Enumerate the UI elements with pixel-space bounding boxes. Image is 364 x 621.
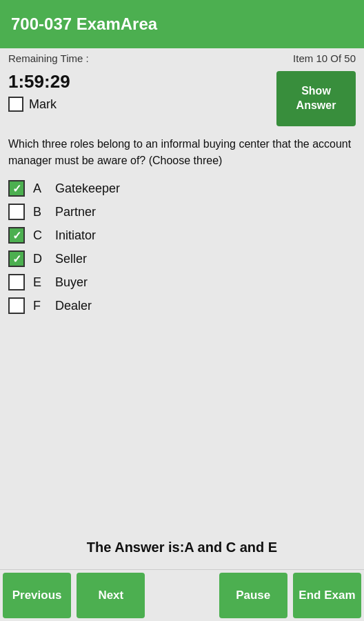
pause-button[interactable]: Pause bbox=[219, 573, 287, 618]
app-header: 700-037 ExamArea bbox=[0, 0, 364, 48]
option-letter-b: B bbox=[33, 205, 47, 219]
option-checkbox-b[interactable] bbox=[8, 204, 25, 220]
timer-row: 1:59:29 Mark Show Answer bbox=[8, 71, 356, 126]
option-item-d: DSeller bbox=[8, 250, 356, 267]
option-letter-a: A bbox=[33, 181, 47, 196]
option-text-f: Dealer bbox=[55, 299, 92, 313]
option-letter-c: C bbox=[33, 228, 47, 243]
option-letter-e: E bbox=[33, 275, 47, 290]
option-item-c: CInitiator bbox=[8, 227, 356, 244]
mark-checkbox[interactable] bbox=[8, 97, 23, 112]
option-item-b: BPartner bbox=[8, 204, 356, 220]
mark-row: Mark bbox=[8, 97, 70, 112]
option-checkbox-a[interactable] bbox=[8, 180, 25, 197]
end-exam-button[interactable]: End Exam bbox=[293, 573, 361, 618]
option-checkbox-f[interactable] bbox=[8, 297, 25, 314]
content-area: 1:59:29 Mark Show Answer Which three rol… bbox=[0, 68, 364, 569]
options-list: AGatekeeperBPartnerCInitiatorDSellerEBuy… bbox=[8, 180, 356, 314]
option-item-e: EBuyer bbox=[8, 274, 356, 290]
mark-label: Mark bbox=[29, 97, 57, 112]
nav-gap bbox=[148, 570, 216, 621]
previous-button[interactable]: Previous bbox=[3, 573, 71, 618]
next-button[interactable]: Next bbox=[77, 573, 145, 618]
answer-text: The Answer is:A and C and E bbox=[8, 540, 356, 555]
option-checkbox-d[interactable] bbox=[8, 250, 25, 267]
meta-row: Remaining Time : Item 10 Of 50 bbox=[0, 48, 364, 68]
bottom-nav: Previous Next Pause End Exam bbox=[0, 569, 364, 621]
option-letter-d: D bbox=[33, 252, 47, 266]
answer-section: The Answer is:A and C and E bbox=[8, 529, 356, 561]
option-item-f: FDealer bbox=[8, 297, 356, 314]
option-text-a: Gatekeeper bbox=[55, 181, 120, 196]
timer-block: 1:59:29 Mark bbox=[8, 71, 70, 112]
item-counter: Item 10 Of 50 bbox=[293, 52, 356, 64]
option-text-d: Seller bbox=[55, 252, 87, 266]
option-checkbox-c[interactable] bbox=[8, 227, 25, 244]
remaining-time-label: Remaining Time : bbox=[8, 52, 89, 64]
option-text-e: Buyer bbox=[55, 275, 88, 290]
option-item-a: AGatekeeper bbox=[8, 180, 356, 197]
option-letter-f: F bbox=[33, 299, 47, 313]
option-text-c: Initiator bbox=[55, 228, 96, 243]
question-text: Which three roles belong to an informal … bbox=[8, 136, 356, 169]
option-checkbox-e[interactable] bbox=[8, 274, 25, 290]
app-title: 700-037 ExamArea bbox=[11, 14, 157, 34]
show-answer-button[interactable]: Show Answer bbox=[276, 71, 356, 126]
timer-display: 1:59:29 bbox=[8, 71, 70, 92]
option-text-b: Partner bbox=[55, 205, 96, 219]
